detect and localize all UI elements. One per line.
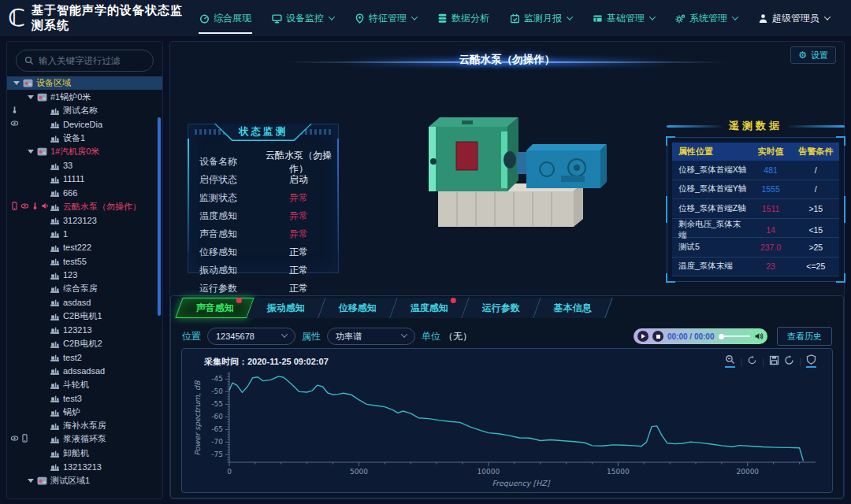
tab-6[interactable]: 基本信息 xyxy=(533,298,612,318)
chevron-down-icon xyxy=(824,13,831,20)
tree-item-label: test2 xyxy=(63,353,82,362)
tree-item[interactable]: 13213213 xyxy=(7,460,162,473)
player-slider[interactable] xyxy=(719,334,751,339)
device-tree-sidebar: 设备区域#1锅炉0米测试名称DeviceDia设备11#汽机房0米3311111… xyxy=(6,41,163,499)
settings-button[interactable]: ⚙ 设置 xyxy=(790,46,836,64)
svg-text:15000: 15000 xyxy=(607,468,630,476)
frame-corner xyxy=(666,136,675,146)
nav-item-label: 基础管理 xyxy=(607,12,645,25)
zoom-back-icon[interactable] xyxy=(747,355,757,367)
user-menu[interactable]: 超级管理员 xyxy=(748,0,840,36)
tree-item[interactable]: 测试区域1 xyxy=(7,473,162,487)
chart-controls: 位置 12345678 属性 功率谱 单位 （无） 00:00 / 00:00 xyxy=(182,326,832,346)
nav-item-5[interactable]: 监测月报 xyxy=(500,0,582,36)
attribute-select-value: 功率谱 xyxy=(336,331,362,343)
tree-item[interactable]: 11111 xyxy=(7,172,162,186)
gear-icon: ⚙ xyxy=(798,50,807,61)
spectrum-chart-panel: 采集时间：2020-11-25 09:02:07 ||| -75-70-65-6… xyxy=(181,348,833,493)
chevron-down-icon xyxy=(329,13,335,20)
tree-item[interactable]: 海补水泵房 xyxy=(7,419,162,432)
power-spectrum-chart[interactable]: -75-70-65-60-55-50-450500010000150002000… xyxy=(190,369,820,489)
tree-expand-arrow-icon[interactable] xyxy=(13,81,20,85)
tree-item[interactable]: 卸船机 xyxy=(7,447,162,460)
tree-expand-arrow-icon[interactable] xyxy=(28,150,34,154)
decor-line xyxy=(789,125,845,128)
play-button[interactable] xyxy=(637,331,648,342)
tree-item[interactable]: C2B电机2 xyxy=(7,336,162,350)
status-row-label: 声音感知 xyxy=(199,228,266,241)
svg-text:Power spectrum, dB: Power spectrum, dB xyxy=(193,380,202,456)
tree-item[interactable]: 33 xyxy=(7,158,162,172)
tree-item[interactable]: test222 xyxy=(7,241,162,254)
tree-item[interactable]: 设备区域 xyxy=(7,76,162,90)
tab-3[interactable]: 位移感知 xyxy=(318,298,397,318)
stop-icon xyxy=(656,335,660,339)
tree-item[interactable]: 锅炉 xyxy=(7,405,162,418)
chevron-down-icon xyxy=(411,13,418,20)
nav-item-6[interactable]: 基础管理 xyxy=(582,0,665,36)
tree-item[interactable]: 1#汽机房0米 xyxy=(7,145,162,158)
status-row: 温度感知异常 xyxy=(199,207,332,225)
stop-button[interactable] xyxy=(652,331,663,342)
tab-5[interactable]: 运行参数 xyxy=(462,298,541,318)
tree-item[interactable]: 设备1 xyxy=(7,132,162,145)
restore-icon[interactable] xyxy=(806,354,816,368)
view-history-button[interactable]: 查看历史 xyxy=(777,327,832,346)
telemetry-condition: / xyxy=(793,180,839,199)
tab-1[interactable]: 声音感知 xyxy=(175,298,254,318)
tab-4[interactable]: 温度感知 xyxy=(390,298,469,318)
tree-expand-arrow-icon[interactable] xyxy=(28,95,34,99)
nav-item-1[interactable]: 综合展现 xyxy=(189,0,262,36)
frame-accent xyxy=(844,196,845,223)
device-icon xyxy=(50,284,60,294)
tree-item[interactable]: 综合泵房 xyxy=(7,282,162,295)
tree-item[interactable]: #1锅炉0米 xyxy=(7,90,162,103)
tab-2[interactable]: 振动感知 xyxy=(247,298,325,318)
tree-item-label: DeviceDia xyxy=(63,120,102,129)
sidebar-scrollbar[interactable] xyxy=(158,117,161,316)
nav-item-3[interactable]: 特征管理 xyxy=(344,0,427,36)
tree-item[interactable]: 斗轮机 xyxy=(7,378,162,391)
status-row-value: 异常 xyxy=(266,228,332,241)
tree-item[interactable]: 云酷水泵（勿操作） xyxy=(7,200,162,213)
nav-item-4[interactable]: 数据分析 xyxy=(427,0,500,36)
tree-item[interactable]: 666 xyxy=(7,186,162,199)
tree-expand-arrow-icon[interactable] xyxy=(28,479,34,483)
tree-item[interactable]: 123 xyxy=(7,268,162,281)
save-image-icon[interactable] xyxy=(769,355,779,367)
status-row: 声音感知异常 xyxy=(199,225,332,243)
status-row-label: 启停状态 xyxy=(199,173,266,187)
tree-item[interactable]: test2 xyxy=(7,350,162,364)
data-zoom-icon[interactable] xyxy=(725,354,735,368)
search-input[interactable] xyxy=(39,56,145,65)
volume-icon[interactable] xyxy=(754,332,764,341)
nav-item-7[interactable]: 系统管理 xyxy=(665,0,748,36)
tree-item-label: C2B电机2 xyxy=(63,338,102,350)
nav-item-2[interactable]: 设备监控 xyxy=(262,0,344,36)
location-select[interactable]: 12345678 xyxy=(207,328,295,345)
slider-handle[interactable] xyxy=(719,334,724,339)
tree-item[interactable]: test55 xyxy=(7,254,162,268)
refresh-icon[interactable] xyxy=(784,355,794,367)
toolbox-separator: | xyxy=(762,357,764,366)
tree-item-label: 云酷水泵（勿操作） xyxy=(63,201,141,213)
tree-item[interactable]: adssadsad xyxy=(7,364,162,377)
tree-item[interactable]: 浆液循环泵 xyxy=(7,432,162,446)
status-row-label: 振动感知 xyxy=(199,264,266,277)
tree-item[interactable]: DeviceDia xyxy=(7,117,162,131)
tree-item-label: 综合泵房 xyxy=(63,283,98,295)
device-icon xyxy=(50,228,60,239)
status-panel-header: 状态监测 xyxy=(214,124,312,141)
tree-item[interactable]: 1 xyxy=(7,227,162,240)
tree-item[interactable]: C2B电机1 xyxy=(7,309,162,323)
tree-item[interactable]: 测试名称 xyxy=(7,104,162,117)
tree-item[interactable]: 123213 xyxy=(7,323,162,336)
tree-item[interactable]: asdasd xyxy=(7,295,162,309)
tree-item-label: 锅炉 xyxy=(63,406,80,418)
decor-line xyxy=(667,125,723,128)
device-3d-model[interactable] xyxy=(407,97,635,246)
attribute-select[interactable]: 功率谱 xyxy=(327,328,415,345)
chevron-down-icon xyxy=(281,331,288,337)
tree-item[interactable]: 3123123 xyxy=(7,213,162,227)
tree-item[interactable]: test3 xyxy=(7,391,162,405)
